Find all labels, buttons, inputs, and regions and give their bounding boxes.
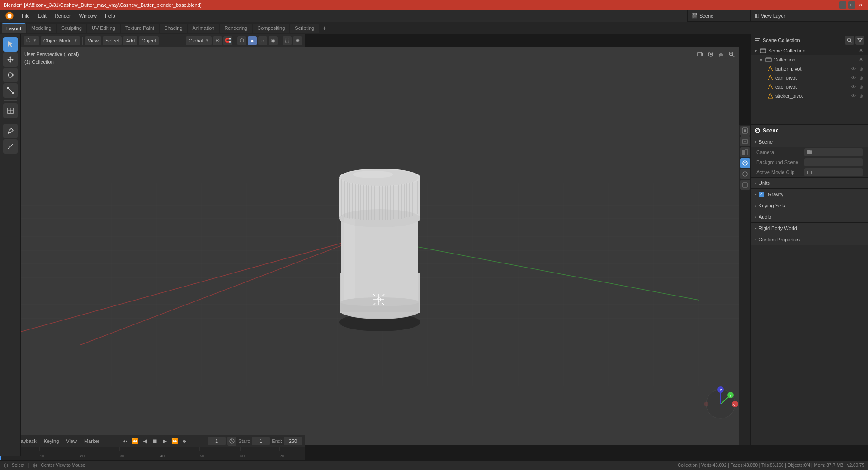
move-tool-button[interactable] xyxy=(3,52,18,67)
timeline-ruler[interactable]: 1 10 20 30 40 50 60 70 80 90 100 110 120… xyxy=(0,447,305,460)
material-preview-button[interactable]: ○ xyxy=(258,36,267,45)
stop-button[interactable]: ⏹ xyxy=(151,437,159,445)
render-prop-tab[interactable] xyxy=(740,126,750,136)
tab-shading[interactable]: Shading xyxy=(160,24,187,33)
overlays-button[interactable]: ⬚ xyxy=(283,36,292,45)
audio-section-header[interactable]: ▸ Audio xyxy=(751,212,868,222)
current-frame-field[interactable]: 1 xyxy=(208,437,226,445)
frame-rate-icon[interactable] xyxy=(227,437,236,446)
outliner-filter-button[interactable] xyxy=(855,36,864,45)
tab-compositing[interactable]: Compositing xyxy=(253,24,289,33)
jump-end-button[interactable]: ⏭ xyxy=(181,437,189,445)
cap-eye-icon[interactable]: 👁 xyxy=(850,84,857,90)
units-section-header[interactable]: ▸ Units xyxy=(751,178,868,188)
add-menu-button[interactable]: Add xyxy=(123,36,137,45)
rotate-tool-button[interactable] xyxy=(3,68,18,82)
menu-file[interactable]: File xyxy=(18,12,33,20)
scene-dropdown-area[interactable]: 🎬 Scene xyxy=(687,10,750,22)
custom-properties-header[interactable]: ▸ Custom Properties xyxy=(751,234,868,245)
tab-scripting[interactable]: Scripting xyxy=(290,24,319,33)
measure-tool-button[interactable] xyxy=(3,139,18,154)
object-mode-button[interactable]: Object Mode ▼ xyxy=(41,36,80,45)
tab-texture-paint[interactable]: Texture Paint xyxy=(121,24,159,33)
close-button[interactable]: ✕ xyxy=(857,1,864,9)
snap-button[interactable]: 🧲 xyxy=(223,36,232,45)
cap-cursor-icon[interactable]: ⊕ xyxy=(858,84,864,90)
camera-value[interactable] xyxy=(804,148,863,156)
menu-help[interactable]: Help xyxy=(101,12,119,20)
view-layer-prop-tab[interactable] xyxy=(740,147,750,157)
tab-sculpting[interactable]: Sculpting xyxy=(57,24,86,33)
outliner-item-collection[interactable]: ▾ Collection 👁 xyxy=(751,55,868,64)
wireframe-button[interactable]: ⬡ xyxy=(237,36,246,45)
viewport-camera-button[interactable] xyxy=(696,50,705,59)
outliner-item-cap[interactable]: cap_pivot 👁 ⊕ xyxy=(751,82,868,91)
transform-tool-button[interactable] xyxy=(3,103,18,118)
keying-sets-section-header[interactable]: ▸ Keying Sets xyxy=(751,200,868,211)
butter-eye-icon[interactable]: 👁 xyxy=(850,66,857,72)
marker-menu[interactable]: Marker xyxy=(81,437,102,445)
background-scene-value[interactable] xyxy=(804,158,863,166)
play-reverse-button[interactable]: ◀ xyxy=(141,437,149,445)
prev-keyframe-button[interactable]: ⏪ xyxy=(131,437,139,445)
keying-menu[interactable]: Keying xyxy=(41,437,62,445)
view-menu-button[interactable]: View xyxy=(85,36,101,45)
object-menu-button[interactable]: Object xyxy=(139,36,159,45)
outliner-item-can[interactable]: can_pivot 👁 ⊕ xyxy=(751,73,868,82)
can-cursor-icon[interactable]: ⊕ xyxy=(858,75,864,81)
tab-modeling[interactable]: Modeling xyxy=(27,24,56,33)
global-transform-button[interactable]: Global ▼ xyxy=(186,36,212,45)
gravity-checkbox[interactable]: ✓ xyxy=(759,192,764,197)
gizmos-button[interactable]: ⊕ xyxy=(293,36,302,45)
outliner-item-sticker[interactable]: sticker_pivot 👁 ⊕ xyxy=(751,91,868,100)
menu-window[interactable]: Window xyxy=(75,12,100,20)
gravity-section-header[interactable]: ▸ ✓ Gravity xyxy=(751,189,868,200)
viewport-hand-button[interactable] xyxy=(717,50,726,59)
tab-uv-editing[interactable]: UV Editing xyxy=(87,24,120,33)
outliner-item-butter[interactable]: butter_pivot 👁 ⊕ xyxy=(751,64,868,73)
outliner-search-button[interactable] xyxy=(845,36,854,45)
tab-animation[interactable]: Animation xyxy=(188,24,219,33)
solid-shading-button[interactable]: ● xyxy=(248,36,257,45)
menu-blender[interactable] xyxy=(2,10,17,21)
viewport-render-button[interactable] xyxy=(706,50,715,59)
scene-section-header[interactable]: ▾ Scene xyxy=(751,136,868,147)
add-workspace-button[interactable]: + xyxy=(320,24,329,33)
rendered-button[interactable]: ◉ xyxy=(269,36,278,45)
scene-prop-tab[interactable] xyxy=(740,158,750,168)
view-layer-area[interactable]: ◧ View Layer xyxy=(750,10,868,22)
view-menu[interactable]: View xyxy=(63,437,80,445)
rigid-body-section-header[interactable]: ▸ Rigid Body World xyxy=(751,223,868,234)
minimize-button[interactable]: — xyxy=(839,1,846,9)
cursor-tool-button[interactable] xyxy=(3,37,18,52)
object-prop-tab[interactable] xyxy=(740,180,750,190)
eye-icon-2[interactable]: 👁 xyxy=(858,56,864,63)
proportional-edit-button[interactable]: ⊙ xyxy=(213,36,222,45)
eye-icon[interactable]: 👁 xyxy=(858,47,864,54)
start-frame-field[interactable]: 1 xyxy=(252,437,270,445)
editor-type-button[interactable]: ⬡ ▼ xyxy=(24,36,39,45)
play-button[interactable]: ▶ xyxy=(161,437,169,445)
next-keyframe-button[interactable]: ⏩ xyxy=(171,437,179,445)
menu-render[interactable]: Render xyxy=(51,12,75,20)
sticker-eye-icon[interactable]: 👁 xyxy=(850,93,857,99)
viewport-gizmo[interactable]: X Y Z xyxy=(703,386,734,418)
active-movie-clip-value[interactable] xyxy=(804,168,863,176)
sticker-cursor-icon[interactable]: ⊕ xyxy=(858,93,864,99)
main-viewport[interactable]: User Perspective (Local) (1) Collection … xyxy=(21,47,739,445)
world-prop-tab[interactable] xyxy=(740,169,750,179)
jump-start-button[interactable]: ⏮ xyxy=(121,437,129,445)
output-prop-tab[interactable] xyxy=(740,136,750,146)
butter-cursor-icon[interactable]: ⊕ xyxy=(858,66,864,72)
viewport-zoom-button[interactable] xyxy=(727,50,736,59)
outliner-item-scene-collection[interactable]: ▾ Scene Collection 👁 xyxy=(751,46,868,55)
select-menu-button[interactable]: Select xyxy=(103,36,122,45)
annotate-tool-button[interactable] xyxy=(3,124,18,138)
tab-layout[interactable]: Layout xyxy=(2,23,26,33)
tab-rendering[interactable]: Rendering xyxy=(220,24,252,33)
scale-tool-button[interactable] xyxy=(3,83,18,98)
maximize-button[interactable]: □ xyxy=(848,1,855,9)
menu-edit[interactable]: Edit xyxy=(34,12,50,20)
can-eye-icon[interactable]: 👁 xyxy=(850,75,857,81)
end-frame-field[interactable]: 250 xyxy=(284,437,302,445)
